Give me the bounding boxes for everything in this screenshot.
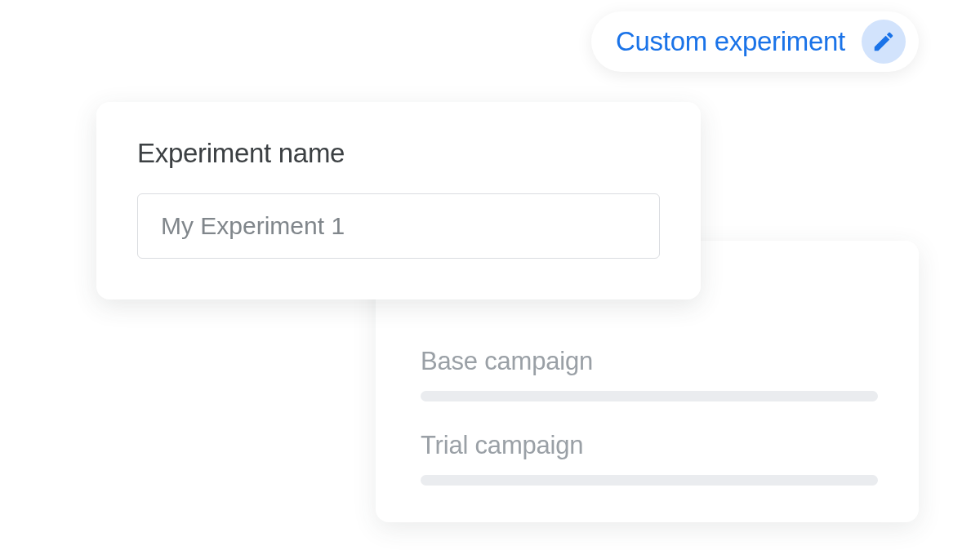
trial-campaign-placeholder (421, 475, 878, 486)
trial-campaign-label: Trial campaign (421, 431, 878, 460)
pencil-icon[interactable] (862, 20, 906, 64)
experiment-name-input[interactable] (137, 193, 660, 259)
custom-experiment-chip[interactable]: Custom experiment (591, 11, 919, 72)
base-campaign-row: Base campaign (421, 347, 878, 401)
custom-experiment-label: Custom experiment (616, 26, 845, 57)
experiment-name-card: Experiment name (96, 102, 701, 299)
trial-campaign-row: Trial campaign (421, 431, 878, 486)
experiment-name-title: Experiment name (137, 138, 660, 169)
base-campaign-placeholder (421, 391, 878, 401)
base-campaign-label: Base campaign (421, 347, 878, 376)
